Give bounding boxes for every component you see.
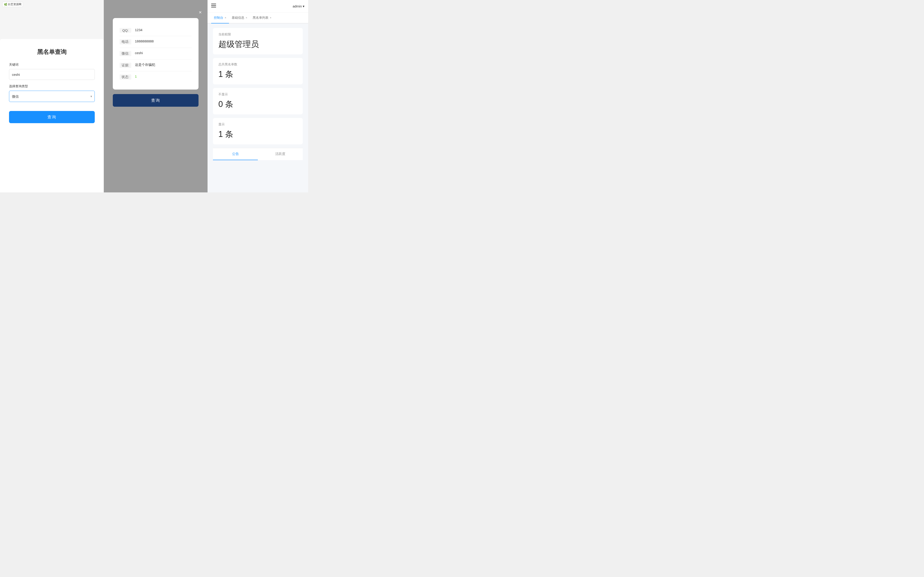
permission-label: 当前权限 [218,32,297,37]
bottom-tab-activity[interactable]: 活跃度 [258,148,303,160]
result-row-wechat: 微信: ceshi [119,48,192,60]
visible-label: 显示 [218,122,297,127]
right-panel: admin ▾ 控制台 × 基础信息 × 黑名单列表 × 当前权限 超级管理员 … [208,0,308,192]
query-title: 黑名单查询 [9,48,95,56]
status-value: 1 [135,74,192,78]
right-content: 当前权限 超级管理员 总共黑名单数 1 条 不显示 0 条 显示 1 条 公告 … [208,23,308,192]
tab-blacklist[interactable]: 黑名单列表 × [250,13,274,23]
menu-icon[interactable] [211,3,216,9]
status-label: 状态: [119,74,131,80]
qq-label: QQ: [119,28,131,33]
logo: 🌿 白芝资源网 [2,2,23,7]
total-value: 1 条 [218,69,297,80]
hidden-value: 0 条 [218,99,297,110]
wechat-value: ceshi [135,51,192,55]
permission-value: 超级管理员 [218,39,297,50]
tab-blacklist-label: 黑名单列表 [253,16,268,20]
keyword-input[interactable] [9,69,95,80]
left-content: 黑名单查询 关键词 选择查询类型 QQ 电话 微信 证据 ▾ 查询 [0,39,104,192]
evidence-label: 证据: [119,63,131,68]
result-row-phone: 电话: 1888888888 [119,36,192,48]
tab-basic-info[interactable]: 基础信息 × [229,13,250,23]
result-row-evidence: 证据: 这是个诈骗犯 [119,60,192,71]
hidden-label: 不显示 [218,92,297,97]
keyword-label: 关键词 [9,63,95,67]
middle-query-button[interactable]: 查询 [113,94,198,107]
svg-rect-0 [211,3,216,4]
svg-rect-3 [211,5,213,6]
wechat-label: 微信: [119,51,131,56]
middle-overlay: × QQ: 1234 电话: 1888888888 微信: ceshi 证据: … [104,0,208,192]
admin-label: admin [293,4,302,8]
tab-basic-info-close[interactable]: × [246,16,247,19]
stat-card-permission: 当前权限 超级管理员 [213,28,303,54]
svg-rect-2 [211,7,216,8]
stat-card-total: 总共黑名单数 1 条 [213,58,303,84]
close-button[interactable]: × [199,10,202,15]
bottom-tab-announcement-label: 公告 [232,152,239,156]
phone-label: 电话: [119,39,131,44]
result-dialog: × QQ: 1234 电话: 1888888888 微信: ceshi 证据: … [113,18,198,90]
total-label: 总共黑名单数 [218,63,297,66]
logo-icon: 🌿 [4,3,7,6]
admin-button[interactable]: admin ▾ [293,4,305,8]
result-row-status: 状态: 1 [119,71,192,83]
tab-blacklist-close[interactable]: × [270,16,271,19]
logo-label: 白芝资源网 [8,3,21,6]
select-label: 选择查询类型 [9,84,95,89]
evidence-value: 这是个诈骗犯 [135,63,192,67]
bottom-tab-announcement[interactable]: 公告 [213,148,258,160]
select-wrapper: QQ 电话 微信 证据 ▾ [9,91,95,102]
bottom-tabs: 公告 活跃度 [213,148,303,160]
logo-box: 🌿 白芝资源网 [2,2,23,7]
left-query-button[interactable]: 查询 [9,111,95,123]
stat-card-hidden: 不显示 0 条 [213,88,303,114]
tab-dashboard[interactable]: 控制台 × [211,13,229,23]
tab-dashboard-close[interactable]: × [225,16,226,19]
dropdown-icon: ▾ [303,4,305,8]
tab-basic-info-label: 基础信息 [232,16,244,20]
right-header: admin ▾ [208,0,308,13]
bottom-tab-activity-label: 活跃度 [275,152,285,156]
tab-dashboard-label: 控制台 [214,16,223,20]
result-row-qq: QQ: 1234 [119,25,192,36]
phone-value: 1888888888 [135,39,192,43]
query-type-select[interactable]: QQ 电话 微信 证据 [9,91,95,102]
stat-card-visible: 显示 1 条 [213,118,303,144]
tabs-bar: 控制台 × 基础信息 × 黑名单列表 × [208,13,308,23]
visible-value: 1 条 [218,129,297,140]
qq-value: 1234 [135,28,192,32]
left-panel: 🌿 白芝资源网 黑名单查询 关键词 选择查询类型 QQ 电话 微信 证据 ▾ 查… [0,0,104,192]
